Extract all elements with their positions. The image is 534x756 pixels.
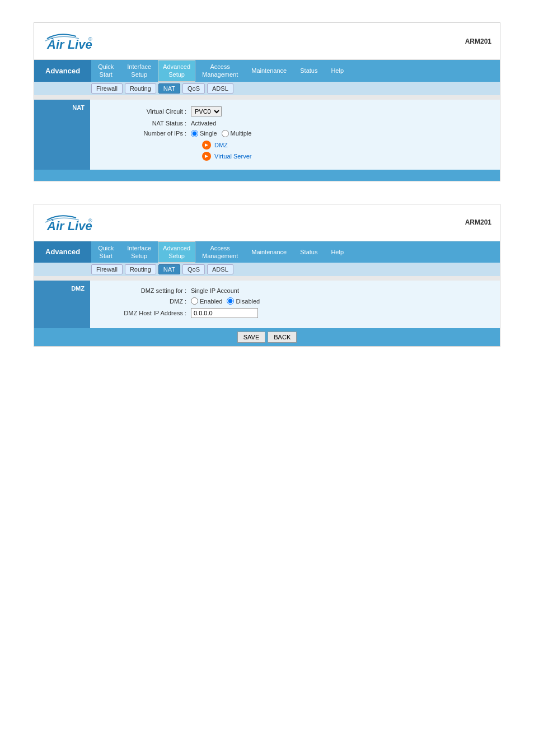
back-button[interactable]: BACK bbox=[268, 332, 297, 343]
panel-dmz: Àir Live ® ARM201 Advanced QuickStart In… bbox=[34, 204, 500, 347]
number-of-ips-label: Number of IPs : bbox=[101, 130, 191, 137]
dmz-enable-label: DMZ : bbox=[101, 298, 191, 305]
dmz-setting-row: DMZ setting for : Single IP Account bbox=[101, 287, 489, 294]
brand-model-2: ARM201 bbox=[465, 218, 491, 226]
subtab-adsl[interactable]: ADSL bbox=[207, 83, 233, 94]
nav-advanced-label-2: Advanced bbox=[34, 241, 91, 263]
panel2-main-nav: Advanced QuickStart InterfaceSetup Advan… bbox=[34, 241, 500, 263]
panel2-sub-tabs: Firewall Routing NAT QoS ADSL bbox=[34, 263, 500, 276]
virtual-circuit-select[interactable]: PVC0 PVC1 PVC2 bbox=[191, 106, 222, 116]
panel2-header: Àir Live ® ARM201 bbox=[34, 204, 500, 241]
dmz-link-row: ► DMZ bbox=[202, 141, 489, 150]
dmz-disabled-label: Disabled bbox=[227, 297, 260, 305]
subtab2-routing[interactable]: Routing bbox=[125, 264, 156, 274]
dmz-enabled-label: Enabled bbox=[191, 297, 222, 305]
nav-advanced-label: Advanced bbox=[34, 60, 91, 82]
dmz-host-ip-input[interactable] bbox=[191, 308, 258, 318]
nav-links: QuickStart InterfaceSetup AdvancedSetup … bbox=[91, 60, 500, 82]
separator1 bbox=[34, 95, 500, 100]
panel1-main-nav: Advanced QuickStart InterfaceSetup Advan… bbox=[34, 60, 500, 82]
dmz-radio-group: Enabled Disabled bbox=[191, 297, 260, 305]
subtab2-firewall[interactable]: Firewall bbox=[91, 264, 123, 274]
multiple-ip-radio[interactable] bbox=[222, 130, 229, 137]
save-button[interactable]: SAVE bbox=[237, 332, 266, 343]
panel1-sub-tabs: Firewall Routing NAT QoS ADSL bbox=[34, 82, 500, 95]
subtab-firewall[interactable]: Firewall bbox=[91, 83, 123, 94]
dmz-host-ip-label: DMZ Host IP Address : bbox=[101, 310, 191, 316]
nat-section-content: Virtual Circuit : PVC0 PVC1 PVC2 NAT Sta… bbox=[90, 100, 500, 170]
svg-text:Àir Live: Àir Live bbox=[46, 219, 92, 233]
nat-status-row: NAT Status : Activated bbox=[101, 120, 489, 127]
dmz-host-ip-row: DMZ Host IP Address : bbox=[101, 308, 489, 318]
logo-area: Àir Live ® bbox=[43, 29, 110, 54]
nav-advanced-setup[interactable]: AdvancedSetup bbox=[158, 60, 195, 82]
nat-section-label: NAT bbox=[34, 100, 90, 170]
multiple-ip-label: Multiple bbox=[222, 130, 252, 137]
svg-text:®: ® bbox=[88, 36, 92, 42]
virtual-server-link[interactable]: Virtual Server bbox=[214, 153, 251, 160]
dmz-section-content: DMZ setting for : Single IP Account DMZ … bbox=[90, 281, 500, 328]
svg-text:®: ® bbox=[88, 218, 92, 223]
nav-interface-setup-2[interactable]: InterfaceSetup bbox=[120, 242, 158, 263]
dmz-setting-label: DMZ setting for : bbox=[101, 287, 191, 294]
nav-quick-start[interactable]: QuickStart bbox=[91, 60, 120, 81]
subtab2-qos[interactable]: QoS bbox=[182, 264, 205, 274]
ip-radio-group: Single Multiple bbox=[191, 130, 251, 137]
separator2 bbox=[34, 276, 500, 281]
logo-svg: Àir Live ® bbox=[43, 29, 110, 54]
logo-svg-2: Àir Live ® bbox=[43, 210, 110, 235]
dmz-setting-value: Single IP Account bbox=[191, 287, 239, 294]
brand-model: ARM201 bbox=[465, 38, 491, 45]
nat-section-row: NAT Virtual Circuit : PVC0 PVC1 PVC2 NAT… bbox=[34, 100, 500, 170]
single-ip-label: Single bbox=[191, 130, 217, 137]
nav-interface-setup[interactable]: InterfaceSetup bbox=[120, 60, 158, 81]
number-of-ips-row: Number of IPs : Single Multiple bbox=[101, 130, 489, 137]
nat-status-label: NAT Status : bbox=[101, 120, 191, 127]
nav-access-management-2[interactable]: AccessManagement bbox=[195, 242, 245, 263]
nav-advanced-setup-2[interactable]: AdvancedSetup bbox=[158, 241, 195, 263]
virtual-server-link-row: ► Virtual Server bbox=[202, 152, 489, 161]
nav-status[interactable]: Status bbox=[293, 64, 324, 77]
subtab2-adsl[interactable]: ADSL bbox=[207, 264, 233, 274]
panel1-header: Àir Live ® ARM201 bbox=[34, 23, 500, 60]
dmz-section-label: DMZ bbox=[34, 281, 90, 328]
dmz-section-row: DMZ DMZ setting for : Single IP Account … bbox=[34, 281, 500, 328]
dmz-enabled-radio[interactable] bbox=[191, 297, 198, 305]
nav-status-2[interactable]: Status bbox=[293, 246, 324, 258]
nav-access-management[interactable]: AccessManagement bbox=[195, 60, 245, 81]
nav-help[interactable]: Help bbox=[324, 64, 350, 77]
panel1-footer bbox=[34, 170, 500, 181]
subtab-nat[interactable]: NAT bbox=[158, 83, 180, 94]
nav-maintenance[interactable]: Maintenance bbox=[245, 64, 293, 77]
nav-help-2[interactable]: Help bbox=[324, 246, 350, 258]
virtual-circuit-row: Virtual Circuit : PVC0 PVC1 PVC2 bbox=[101, 106, 489, 116]
virtual-circuit-label: Virtual Circuit : bbox=[101, 108, 191, 115]
nat-status-value: Activated bbox=[191, 120, 216, 127]
svg-text:Àir Live: Àir Live bbox=[46, 38, 92, 52]
nav-maintenance-2[interactable]: Maintenance bbox=[245, 246, 293, 258]
nav-quick-start-2[interactable]: QuickStart bbox=[91, 242, 120, 263]
panel-nat: Àir Live ® ARM201 Advanced QuickStart In… bbox=[34, 22, 500, 181]
dmz-arrow-icon[interactable]: ► bbox=[202, 141, 211, 150]
virtual-server-arrow-icon[interactable]: ► bbox=[202, 152, 211, 161]
dmz-disabled-radio[interactable] bbox=[227, 297, 234, 305]
subtab-routing[interactable]: Routing bbox=[125, 83, 156, 94]
dmz-enable-row: DMZ : Enabled Disabled bbox=[101, 297, 489, 305]
subtab2-nat[interactable]: NAT bbox=[158, 264, 180, 274]
subtab-qos[interactable]: QoS bbox=[182, 83, 205, 94]
panel2-bottom-bar: SAVE BACK bbox=[34, 328, 500, 346]
logo-area-2: Àir Live ® bbox=[43, 210, 110, 235]
nav-links-2: QuickStart InterfaceSetup AdvancedSetup … bbox=[91, 241, 500, 263]
single-ip-radio[interactable] bbox=[191, 130, 198, 137]
dmz-link[interactable]: DMZ bbox=[214, 142, 228, 148]
